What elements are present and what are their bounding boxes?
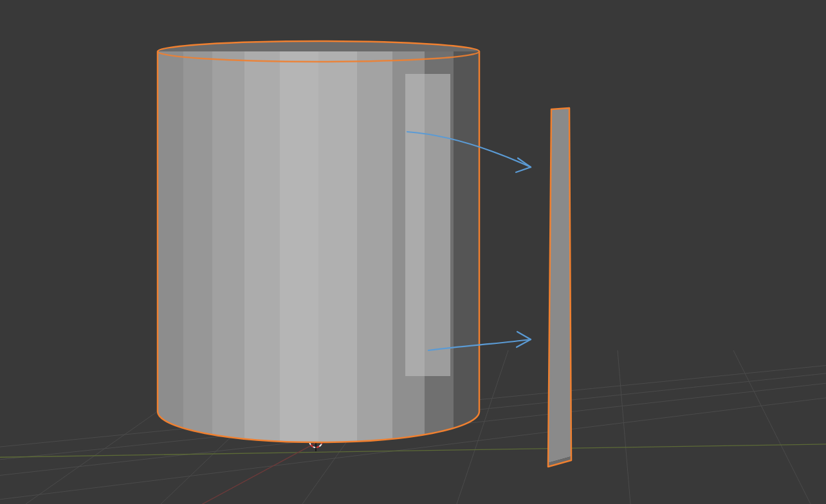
annotation-arrows	[0, 0, 826, 504]
viewport-3d[interactable]	[0, 0, 826, 504]
